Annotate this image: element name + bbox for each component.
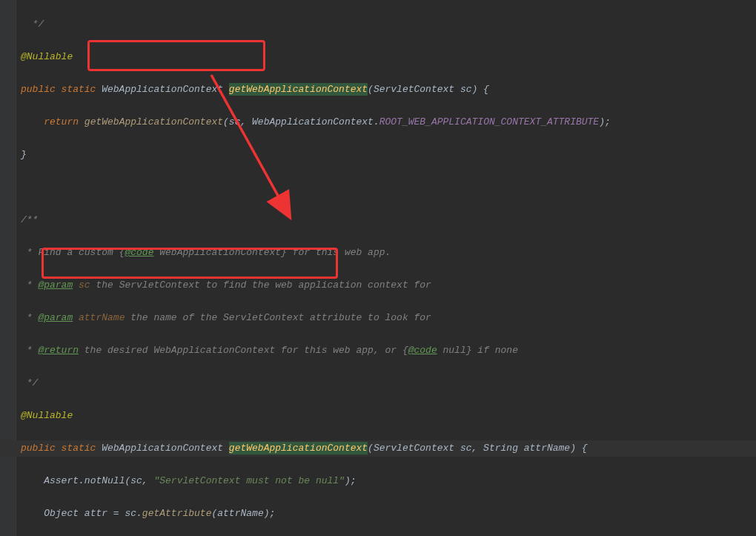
code-line: */ — [21, 16, 756, 33]
code-line: @Nullable — [21, 408, 756, 424]
code-line: @Nullable — [21, 49, 756, 65]
code-line: * @param attrName the name of the Servle… — [21, 310, 756, 326]
code-line-current: public static WebApplicationContext getW… — [0, 440, 756, 457]
code-line: return getWebApplicationContext(sc, WebA… — [21, 114, 756, 130]
code-editor[interactable]: */ @Nullable public static WebApplicatio… — [21, 0, 756, 536]
code-line: Assert.notNull(sc, "ServletContext must … — [21, 473, 756, 489]
code-line: * @return the desired WebApplicationCont… — [21, 343, 756, 359]
javadoc-param-tag: @param — [38, 312, 73, 323]
code-line: * Find a custom {@code WebApplicationCon… — [21, 245, 756, 261]
javadoc-return-tag: @return — [38, 345, 79, 356]
code-line: /** — [21, 212, 756, 228]
code-line: public static WebApplicationContext getW… — [21, 82, 756, 98]
method-name-highlight: getWebApplicationContext — [229, 442, 368, 454]
code-line: Object attr = sc.getAttribute(attrName); — [21, 506, 756, 522]
javadoc-code-tag: @code — [408, 345, 437, 356]
code-line — [21, 179, 756, 196]
code-line: * @param sc the ServletContext to find t… — [21, 277, 756, 294]
javadoc-param-tag: @param — [38, 279, 73, 291]
javadoc-code-tag: @code — [125, 247, 153, 258]
method-name-highlight: getWebApplicationContext — [229, 83, 368, 96]
code-line: */ — [21, 375, 756, 391]
code-line: } — [21, 147, 756, 163]
